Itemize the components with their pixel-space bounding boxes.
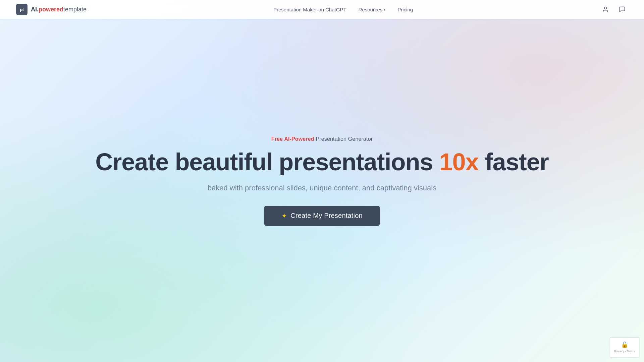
hero-title-accent: 10x: [439, 148, 478, 175]
svg-point-0: [604, 7, 607, 9]
nav-icons: [600, 4, 628, 15]
logo-template: template: [63, 6, 87, 13]
cta-label: Create My Presentation: [290, 212, 363, 220]
nav-pricing[interactable]: Pricing: [397, 7, 413, 12]
hero-title-end: faster: [479, 148, 549, 175]
logo-icon-text: pt: [20, 7, 23, 12]
badge-rest: Presentation Generator: [314, 136, 373, 142]
hero-badge: Free AI-Powered Presentation Generator: [271, 136, 373, 142]
nav-presentation-maker[interactable]: Presentation Maker on ChatGPT: [273, 7, 346, 12]
user-icon: [602, 6, 609, 13]
nav-resources-label: Resources: [359, 7, 383, 12]
logo[interactable]: pt AI.poweredtemplate: [16, 4, 87, 15]
hero-subtitle: baked with professional slides, unique c…: [208, 184, 436, 192]
chevron-down-icon: ▾: [384, 8, 385, 11]
logo-text: AI.poweredtemplate: [31, 6, 87, 13]
recaptcha-logo: 🔒: [621, 341, 628, 348]
logo-powered: powered: [39, 6, 63, 13]
badge-highlight: Free AI-Powered: [271, 136, 314, 142]
recaptcha-badge: 🔒 Privacy - Terms: [610, 337, 639, 357]
user-icon-button[interactable]: [600, 4, 611, 15]
hero-section: Free AI-Powered Presentation Generator C…: [0, 0, 644, 362]
create-presentation-button[interactable]: ✦ Create My Presentation: [264, 206, 380, 226]
main-nav: Presentation Maker on ChatGPT Resources …: [273, 7, 413, 12]
hero-title-start: Create beautiful presentations: [95, 148, 439, 175]
nav-resources-dropdown[interactable]: Resources ▾: [359, 7, 386, 12]
chat-icon: [619, 6, 626, 13]
logo-ai: AI.: [31, 6, 39, 13]
recaptcha-text: Privacy - Terms: [614, 350, 635, 354]
hero-content: Free AI-Powered Presentation Generator C…: [95, 136, 548, 226]
chat-icon-button[interactable]: [616, 4, 628, 15]
sparkle-icon: ✦: [281, 212, 287, 220]
hero-title: Create beautiful presentations 10x faste…: [95, 149, 548, 175]
logo-icon: pt: [16, 4, 28, 15]
header: pt AI.poweredtemplate Presentation Maker…: [0, 0, 644, 19]
